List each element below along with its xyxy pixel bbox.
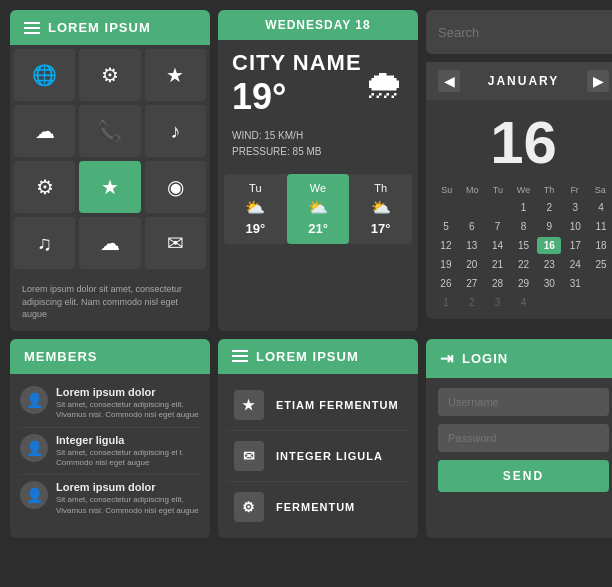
member-desc: Sit amet, consectetur adipiscing elit. V… — [56, 495, 200, 516]
lorem-menu-icon: ⚙ — [234, 492, 264, 522]
menu-tile[interactable]: ⚙ — [79, 49, 140, 101]
member-desc: Sit amet, consectetur adipiscing el t. C… — [56, 448, 200, 469]
lorem-menu-body: ★ ETIAM FERMENTUM✉ INTEGER LIGULA⚙ FERME… — [218, 374, 418, 538]
calendar-day[interactable]: 11 — [589, 218, 612, 235]
calendar-day[interactable]: 25 — [589, 256, 612, 273]
menu-title: LOREM IPSUM — [48, 20, 151, 35]
lorem-menu-item[interactable]: ✉ INTEGER LIGULA — [228, 431, 408, 482]
calendar-day — [589, 294, 612, 311]
member-item[interactable]: 👤 Lorem ipsum dolor Sit amet, consectetu… — [20, 475, 200, 522]
login-header: ⇥ LOGIN — [426, 339, 612, 378]
forecast-cloud-icon: ⛅ — [291, 198, 346, 217]
menu-tile[interactable]: ☁ — [14, 105, 75, 157]
menu-tile[interactable]: 🌐 — [14, 49, 75, 101]
calendar-day[interactable]: 1 — [434, 294, 458, 311]
member-info: Lorem ipsum dolor Sit amet, consectetur … — [56, 481, 200, 516]
calendar-days-header: SuMoTuWeThFrSa — [434, 185, 612, 195]
calendar-day[interactable]: 16 — [537, 237, 561, 254]
calendar-day[interactable]: 4 — [512, 294, 536, 311]
calendar-day-header: Sa — [587, 185, 612, 195]
calendar-day[interactable]: 13 — [460, 237, 484, 254]
member-name: Lorem ipsum dolor — [56, 481, 200, 493]
calendar-day[interactable]: 6 — [460, 218, 484, 235]
calendar-day[interactable]: 21 — [486, 256, 510, 273]
calendar-day[interactable]: 7 — [486, 218, 510, 235]
calendar-day[interactable]: 23 — [537, 256, 561, 273]
lorem-menu-panel: LOREM IPSUM ★ ETIAM FERMENTUM✉ INTEGER L… — [218, 339, 418, 538]
send-button[interactable]: SEND — [438, 460, 609, 492]
password-input[interactable] — [438, 424, 609, 452]
calendar-day[interactable]: 29 — [512, 275, 536, 292]
login-panel: ⇥ LOGIN SEND — [426, 339, 612, 538]
weather-main: CITY NAME 19° 🌧 — [218, 40, 418, 128]
calendar-day[interactable]: 10 — [563, 218, 587, 235]
login-icon: ⇥ — [440, 349, 454, 368]
calendar-day[interactable]: 15 — [512, 237, 536, 254]
calendar-day[interactable]: 30 — [537, 275, 561, 292]
search-bar: 🔍 — [426, 10, 612, 54]
members-header: MEMBERS — [10, 339, 210, 374]
calendar-day[interactable]: 24 — [563, 256, 587, 273]
menu-tile[interactable]: ✉ — [145, 217, 206, 269]
lorem-menu-item[interactable]: ⚙ FERMENTUM — [228, 482, 408, 532]
member-info: Lorem ipsum dolor Sit amet, consectetur … — [56, 386, 200, 421]
forecast-temp: 19° — [228, 221, 283, 236]
member-name: Integer ligula — [56, 434, 200, 446]
search-input[interactable] — [426, 25, 612, 40]
menu-tile[interactable]: 📞 — [79, 105, 140, 157]
next-month-button[interactable]: ▶ — [587, 70, 609, 92]
calendar-day[interactable]: 2 — [460, 294, 484, 311]
member-avatar: 👤 — [20, 434, 48, 462]
menu-tile[interactable]: ★ — [79, 161, 140, 213]
calendar-day[interactable]: 8 — [512, 218, 536, 235]
calendar-day[interactable]: 1 — [512, 199, 536, 216]
lorem-menu-item[interactable]: ★ ETIAM FERMENTUM — [228, 380, 408, 431]
calendar-day[interactable]: 14 — [486, 237, 510, 254]
forecast-day: We ⛅ 21° — [287, 174, 350, 244]
calendar-day[interactable]: 22 — [512, 256, 536, 273]
calendar-day-header: Tu — [485, 185, 511, 195]
hamburger-icon-2[interactable] — [232, 350, 248, 362]
calendar-day[interactable]: 2 — [537, 199, 561, 216]
wind-info: WIND: 15 KM/H — [232, 128, 404, 144]
calendar-day — [434, 199, 458, 216]
calendar-day — [537, 294, 561, 311]
menu-panel: LOREM IPSUM 🌐⚙★☁📞♪⚙★◉♫☁✉ Lorem ipsum dol… — [10, 10, 210, 331]
menu-header: LOREM IPSUM — [10, 10, 210, 45]
menu-tile[interactable]: ⚙ — [14, 161, 75, 213]
menu-tile[interactable]: ★ — [145, 49, 206, 101]
calendar-day[interactable]: 9 — [537, 218, 561, 235]
prev-month-button[interactable]: ◀ — [438, 70, 460, 92]
member-item[interactable]: 👤 Integer ligula Sit amet, consectetur a… — [20, 428, 200, 476]
menu-tile[interactable]: ☁ — [79, 217, 140, 269]
calendar-day[interactable]: 3 — [563, 199, 587, 216]
members-body: 👤 Lorem ipsum dolor Sit amet, consectetu… — [10, 374, 210, 528]
calendar-day[interactable]: 12 — [434, 237, 458, 254]
calendar-day[interactable]: 18 — [589, 237, 612, 254]
calendar-day[interactable]: 4 — [589, 199, 612, 216]
calendar-day[interactable]: 28 — [486, 275, 510, 292]
calendar-day[interactable]: 20 — [460, 256, 484, 273]
forecast-day: Th ⛅ 17° — [349, 174, 412, 244]
member-item[interactable]: 👤 Lorem ipsum dolor Sit amet, consectetu… — [20, 380, 200, 428]
temperature: 19° — [232, 76, 362, 118]
menu-tile[interactable]: ♪ — [145, 105, 206, 157]
calendar-day[interactable]: 19 — [434, 256, 458, 273]
calendar-big-day: 16 — [426, 100, 612, 181]
calendar-day[interactable]: 27 — [460, 275, 484, 292]
hamburger-icon[interactable] — [24, 22, 40, 34]
calendar-day[interactable]: 31 — [563, 275, 587, 292]
username-input[interactable] — [438, 388, 609, 416]
members-panel: MEMBERS 👤 Lorem ipsum dolor Sit amet, co… — [10, 339, 210, 538]
menu-tile[interactable]: ♫ — [14, 217, 75, 269]
city-name: CITY NAME — [232, 50, 362, 76]
calendar-day[interactable]: 26 — [434, 275, 458, 292]
calendar-day-header: We — [511, 185, 537, 195]
calendar-day[interactable]: 3 — [486, 294, 510, 311]
calendar-day[interactable]: 17 — [563, 237, 587, 254]
calendar-day-header: Th — [536, 185, 562, 195]
forecast-temp: 17° — [353, 221, 408, 236]
calendar-day[interactable]: 5 — [434, 218, 458, 235]
member-info: Integer ligula Sit amet, consectetur adi… — [56, 434, 200, 469]
menu-tile[interactable]: ◉ — [145, 161, 206, 213]
